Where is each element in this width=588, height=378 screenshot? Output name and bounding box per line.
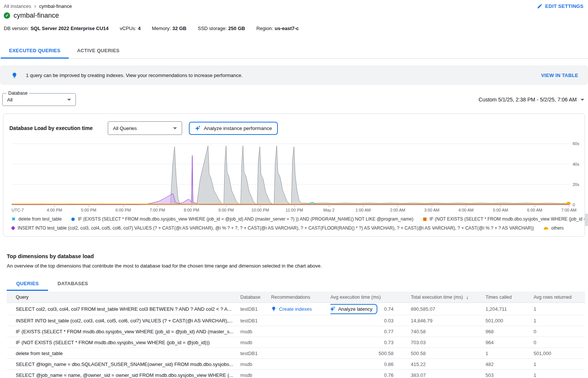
column-header-c3[interactable]: Recommendations [271,295,330,300]
query-cell: INSERT INTO test_table (col2, col3, col4… [7,318,240,324]
utc-offset-label: UTC-7 [12,208,24,212]
avg-rows-returned-cell: 1 [527,361,585,367]
database-select[interactable]: Database All [2,93,76,106]
table-row[interactable]: SELECT @login_name = dbo.SQLAGENT_SUSER_… [7,359,585,370]
lightbulb-icon [271,306,276,311]
legend-item-4[interactable]: others [544,225,564,231]
legend-label: IF (NOT EXISTS (SELECT * FROM msdb.dbo.s… [430,216,588,222]
table-row[interactable]: SELECT @job_name = name, @owner_sid = ow… [7,370,585,378]
legend-item-1[interactable]: IF (EXISTS (SELECT * FROM msdb.dbo.sysjo… [71,216,413,222]
time-range-value: Custom 5/1/25, 2:38 PM - 5/2/25, 7:06 AM [479,97,577,103]
table-row[interactable]: INSERT INTO test_table (col2, col3, col4… [7,315,585,326]
column-header-c4[interactable]: Avg execution time (ms) [330,295,394,300]
tab-queries[interactable]: QUERIES [7,276,48,291]
chart-x-axis: UTC-74:00 PM5:00 PM6:00 PM7:00 PM8:00 PM… [12,206,570,213]
time-range-selector[interactable]: Custom 5/1/25, 2:38 PM - 5/2/25, 7:06 AM [479,97,584,103]
avg-rows-returned-cell: 501,000 [527,351,585,356]
table-row[interactable]: SELECT col2, col3, col4, col7 FROM test_… [7,303,585,315]
query-cell: SELECT @login_name = dbo.SQLAGENT_SUSER_… [7,361,240,367]
x-axis-label: 7:00 PM [150,208,165,212]
edit-settings-button[interactable]: EDIT SETTINGS [537,3,583,9]
chevron-down-icon [67,99,71,101]
queries-table: QueryDatabaseRecommendationsAvg executio… [7,292,585,378]
database-select-value: All [7,97,67,103]
sort-descending-icon[interactable]: ↓ [466,294,469,300]
spec-item-0: DB version:SQL Server 2022 Enterprise CU… [4,26,109,31]
times-called-cell: 1 [479,351,527,356]
pencil-icon [537,3,543,9]
scrollbar-thumb[interactable] [585,213,588,226]
times-called-cell: 1,204,711 [479,306,527,312]
times-called-cell: 503 [479,372,527,378]
legend-label: others [551,225,564,231]
column-header-c5[interactable]: Total execution time (ms)↓ [394,294,479,300]
column-header-c1[interactable]: Query [7,295,240,300]
top-dimensions-description: An overview of the top dimensions that c… [7,263,588,269]
legend-item-2[interactable]: IF (NOT EXISTS (SELECT * FROM msdb.dbo.s… [423,216,588,222]
avg-rows-returned-cell: 1 [527,306,585,312]
x-axis-tick [260,206,261,207]
x-axis-tick [157,206,158,207]
avg-rows-returned-cell: 0 [527,340,585,345]
column-header-c2[interactable]: Database [240,295,271,300]
query-filter-select[interactable]: All Queries [108,121,182,135]
x-axis-label: 6:00 AM [527,208,542,212]
x-axis-tick [501,206,501,207]
avg-rows-returned-cell: 0 [527,329,585,334]
database-cell: testDB1 [240,306,271,312]
x-axis-label: 5:00 AM [493,208,508,212]
column-header-c6[interactable]: Times called [479,295,527,300]
table-row[interactable]: IF (NOT EXISTS (SELECT * FROM msdb.dbo.s… [7,337,585,348]
total-execution-time-cell: 383.07 [394,372,479,378]
x-axis-label: 7:00 AM [561,208,576,212]
x-axis-tick [329,206,329,207]
breadcrumb: All instances › cymbal-finance [4,3,72,9]
query-cell: SELECT @job_name = name, @owner_sid = ow… [7,372,240,378]
table-row[interactable]: delete from test_tabletestDB1500.58500.5… [7,348,585,359]
x-axis-label: 8:00 PM [184,208,199,212]
table-header-row: QueryDatabaseRecommendationsAvg executio… [7,292,585,303]
spec-item-1: vCPUs:4 [120,26,140,31]
chart-legend: ✖delete from test_tableIF (EXISTS (SELEC… [12,216,585,231]
database-load-chart[interactable]: UTC-74:00 PM5:00 PM6:00 PM7:00 PM8:00 PM… [12,142,585,214]
analyze-instance-performance-button[interactable]: Analyze instance performance [189,122,278,135]
total-execution-time-cell: 703.03 [394,340,479,345]
spec-item-4: Region:us-east7-c [256,26,299,31]
x-axis-tick [54,206,55,207]
analyze-latency-button[interactable]: Analyze latency [330,304,377,314]
table-row[interactable]: IF (EXISTS (SELECT * FROM msdb.dbo.sysjo… [7,326,585,337]
x-axis-label: 9:00 PM [219,208,234,212]
tab-databases[interactable]: DATABASES [48,276,97,291]
x-axis-label: 2:00 AM [390,208,405,212]
main-tabs: EXECUTED QUERIES ACTIVE QUERIES [0,42,588,59]
legend-item-0[interactable]: ✖delete from test_table [12,216,62,222]
chevron-down-icon [580,99,584,101]
avg-execution-time-cell: 500.58 [330,351,394,356]
tab-executed-queries[interactable]: EXECUTED QUERIES [1,42,69,58]
create-indexes-link[interactable]: Create indexes [271,306,330,312]
dome-marker-icon [544,227,548,230]
times-called-cell: 964 [479,340,527,345]
edit-settings-label: EDIT SETTINGS [545,3,583,9]
instance-healthy-icon: ✓ [4,12,10,19]
x-axis-tick [432,206,432,207]
avg-rows-returned-cell: 1 [527,372,585,378]
dimension-tabs: QUERIES DATABASES [7,276,588,291]
breadcrumb-all-instances[interactable]: All instances [4,3,31,9]
y-axis-label: 40s [573,162,579,166]
series-main-load-spikes [12,146,570,205]
times-called-cell: 968 [479,329,527,334]
x-axis-tick [363,206,363,207]
database-cell: msdb [240,361,271,367]
query-insights-page: All instances › cymbal-finance EDIT SETT… [0,0,588,378]
total-execution-time-cell: 890,585.07 [394,306,479,312]
x-axis-label: 4:00 PM [47,208,62,212]
legend-item-3[interactable]: INSERT INTO test_table (col2, col3, col4… [12,225,534,231]
view-in-table-button[interactable]: VIEW IN TABLE [541,73,578,78]
legend-label: delete from test_table [18,216,62,222]
x-axis-label: 3:00 AM [424,208,439,212]
tab-active-queries[interactable]: ACTIVE QUERIES [69,42,128,58]
others-endpoint-marker [566,202,571,204]
column-header-c7[interactable]: Avg rows returned [527,295,585,300]
legend-label: IF (EXISTS (SELECT * FROM msdb.dbo.sysjo… [78,216,413,222]
